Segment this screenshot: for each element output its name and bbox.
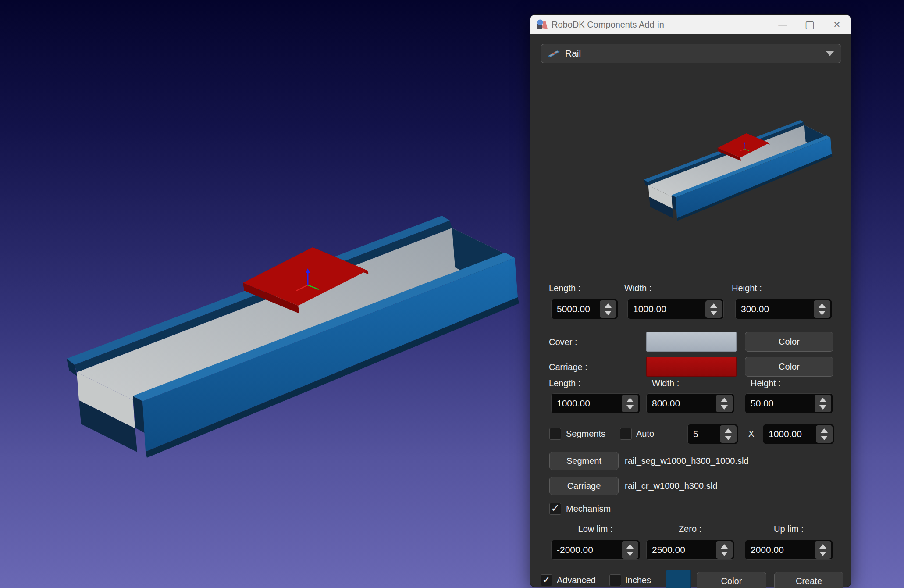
auto-checkbox[interactable] bbox=[620, 428, 632, 440]
segment-length-spinbox[interactable]: 1000.00 bbox=[763, 424, 834, 444]
rail-length-value[interactable]: 5000.00 bbox=[552, 304, 600, 314]
segment-count-spinner[interactable] bbox=[720, 425, 737, 443]
carriage-length-spinbox[interactable]: 1000.00 bbox=[551, 393, 640, 413]
spin-up-icon[interactable] bbox=[626, 398, 634, 402]
rail-length-spinbox[interactable]: 5000.00 bbox=[551, 299, 618, 319]
rail-length-spinner[interactable] bbox=[600, 300, 616, 318]
rail-height-value[interactable]: 300.00 bbox=[736, 304, 814, 314]
maximize-button-icon[interactable]: ▢ bbox=[796, 15, 823, 34]
segment-length-value[interactable]: 1000.00 bbox=[763, 429, 816, 439]
rail-length-label: Length : bbox=[549, 283, 580, 293]
carriage-width-value[interactable]: 800.00 bbox=[647, 398, 716, 409]
carriage-width-spinner[interactable] bbox=[716, 395, 733, 412]
low-lim-label: Low lim : bbox=[578, 524, 613, 534]
up-lim-spinner[interactable] bbox=[815, 541, 831, 559]
spin-up-icon[interactable] bbox=[626, 544, 634, 549]
mechanism-label: Mechanism bbox=[566, 504, 611, 514]
rail-width-label: Width : bbox=[624, 283, 651, 293]
carriage-width-label: Width : bbox=[652, 378, 679, 388]
rail-preview-image bbox=[640, 110, 835, 230]
spin-up-icon[interactable] bbox=[819, 398, 826, 402]
spin-up-icon[interactable] bbox=[725, 428, 732, 433]
carriage-file-button[interactable]: Carriage bbox=[549, 477, 619, 495]
segment-file-name: rail_seg_w1000_h300_1000.sld bbox=[625, 456, 748, 466]
spin-up-icon[interactable] bbox=[819, 544, 826, 549]
carriage-length-spinner[interactable] bbox=[622, 395, 638, 412]
close-button-icon[interactable]: ✕ bbox=[823, 15, 851, 34]
segment-length-spinner[interactable] bbox=[816, 425, 833, 443]
auto-label: Auto bbox=[636, 429, 654, 439]
spin-down-icon[interactable] bbox=[626, 405, 634, 410]
low-lim-value[interactable]: -2000.00 bbox=[552, 545, 622, 555]
minimize-button-icon[interactable]: — bbox=[769, 15, 796, 34]
inches-checkbox[interactable] bbox=[609, 574, 621, 586]
carriage-width-spinbox[interactable]: 800.00 bbox=[646, 393, 734, 413]
spin-down-icon[interactable] bbox=[821, 436, 828, 440]
spin-down-icon[interactable] bbox=[721, 405, 728, 410]
rail-width-spinbox[interactable]: 1000.00 bbox=[627, 299, 724, 319]
zero-spinbox[interactable]: 2500.00 bbox=[646, 540, 734, 560]
rail-width-value[interactable]: 1000.00 bbox=[628, 304, 705, 314]
carriage-color-swatch bbox=[646, 357, 737, 377]
spin-up-icon[interactable] bbox=[710, 303, 717, 308]
footer-color-button[interactable]: Color bbox=[697, 572, 766, 588]
segment-file-button[interactable]: Segment bbox=[549, 452, 619, 470]
low-lim-spinner[interactable] bbox=[622, 541, 638, 559]
chevron-down-icon bbox=[826, 51, 834, 56]
dropdown-selected-value: Rail bbox=[565, 48, 581, 59]
rail-height-spinbox[interactable]: 300.00 bbox=[735, 299, 832, 319]
up-lim-spinbox[interactable]: 2000.00 bbox=[745, 540, 833, 560]
rail-height-spinner[interactable] bbox=[814, 300, 830, 318]
advanced-checkbox[interactable]: ✓ bbox=[541, 574, 552, 586]
cover-label: Cover : bbox=[549, 337, 577, 347]
spin-up-icon[interactable] bbox=[819, 303, 826, 308]
spin-down-icon[interactable] bbox=[819, 405, 826, 410]
carriage-length-label: Length : bbox=[549, 378, 580, 388]
cover-color-button[interactable]: Color bbox=[745, 332, 833, 352]
segments-checkbox[interactable] bbox=[549, 428, 561, 440]
rail-item-icon bbox=[547, 48, 561, 59]
window-title: RoboDK Components Add-in bbox=[552, 20, 664, 30]
segment-count-spinbox[interactable]: 5 bbox=[687, 424, 738, 444]
spin-down-icon[interactable] bbox=[626, 552, 634, 556]
rail-width-spinner[interactable] bbox=[705, 300, 722, 318]
mechanism-checkbox[interactable]: ✓ bbox=[549, 503, 561, 515]
spin-up-icon[interactable] bbox=[821, 428, 828, 433]
cover-color-swatch bbox=[646, 332, 737, 352]
segments-x-label: X bbox=[748, 429, 754, 439]
create-button[interactable]: Create bbox=[774, 572, 843, 588]
carriage-label: Carriage : bbox=[549, 362, 587, 372]
carriage-color-button[interactable]: Color bbox=[745, 357, 833, 377]
spin-down-icon[interactable] bbox=[721, 552, 728, 556]
spin-up-icon[interactable] bbox=[721, 544, 728, 549]
inches-label: Inches bbox=[625, 575, 651, 585]
spin-down-icon[interactable] bbox=[725, 436, 732, 440]
up-lim-value[interactable]: 2000.00 bbox=[745, 545, 815, 555]
spin-up-icon[interactable] bbox=[721, 398, 728, 402]
spin-up-icon[interactable] bbox=[605, 303, 612, 308]
spin-down-icon[interactable] bbox=[819, 552, 826, 556]
carriage-file-name: rail_cr_w1000_h300.sld bbox=[625, 481, 717, 491]
segments-label: Segments bbox=[566, 429, 605, 439]
low-lim-spinbox[interactable]: -2000.00 bbox=[551, 540, 640, 560]
zero-value[interactable]: 2500.00 bbox=[647, 545, 716, 555]
carriage-height-value[interactable]: 50.00 bbox=[745, 398, 815, 409]
segment-count-value[interactable]: 5 bbox=[688, 429, 720, 439]
zero-spinner[interactable] bbox=[716, 541, 733, 559]
carriage-height-spinner[interactable] bbox=[815, 395, 831, 412]
spin-down-icon[interactable] bbox=[710, 311, 717, 315]
advanced-label: Advanced bbox=[557, 575, 596, 585]
titlebar[interactable]: RoboDK Components Add-in — ▢ ✕ bbox=[530, 15, 851, 34]
component-type-dropdown[interactable]: Rail bbox=[541, 44, 841, 63]
carriage-height-spinbox[interactable]: 50.00 bbox=[745, 393, 833, 413]
carriage-length-value[interactable]: 1000.00 bbox=[552, 398, 622, 409]
rail-height-label: Height : bbox=[732, 283, 762, 293]
robodk-logo-icon bbox=[536, 19, 548, 30]
rail-color-swatch bbox=[666, 570, 691, 588]
up-lim-label: Up lim : bbox=[774, 524, 804, 534]
components-addin-window: RoboDK Components Add-in — ▢ ✕ Rail Leng… bbox=[530, 14, 851, 587]
carriage-height-label: Height : bbox=[751, 378, 781, 388]
zero-label: Zero : bbox=[679, 524, 701, 534]
spin-down-icon[interactable] bbox=[605, 311, 612, 315]
spin-down-icon[interactable] bbox=[819, 311, 826, 315]
